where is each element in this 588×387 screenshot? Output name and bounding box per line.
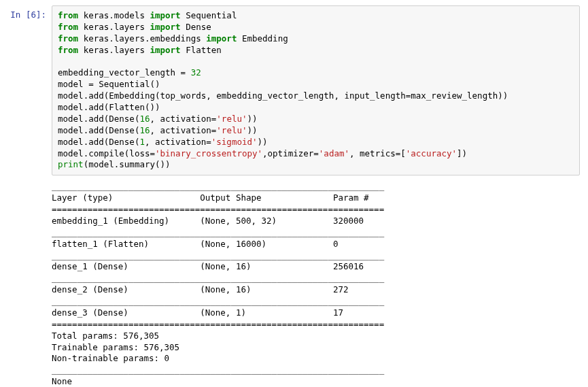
code-text: )) bbox=[247, 125, 257, 135]
kw-from: from bbox=[58, 33, 78, 44]
return-none: None bbox=[52, 376, 72, 386]
table-row: dense_1 (Dense) (None, 16) 256016 bbox=[52, 261, 384, 271]
trainable-params: Trainable params: 576,305 bbox=[52, 342, 179, 352]
code-text: , activation= bbox=[150, 125, 216, 135]
summary-header: Layer (type) Output Shape Param # bbox=[52, 192, 384, 203]
kw-from: from bbox=[58, 45, 78, 55]
builtin-print: print bbox=[58, 159, 84, 169]
stdout-output: ________________________________________… bbox=[52, 181, 580, 387]
code-cell: In [6]: from keras.models import Sequent… bbox=[8, 5, 580, 175]
code-text: model = Sequential() bbox=[58, 79, 160, 89]
sep-underscore: ________________________________________… bbox=[52, 181, 384, 191]
sep-equals: ========================================… bbox=[52, 319, 384, 329]
code-text: )) bbox=[258, 137, 268, 147]
kw-import: import bbox=[150, 45, 180, 55]
input-prompt: In [6]: bbox=[8, 5, 52, 20]
code-text: (model.summary()) bbox=[84, 159, 171, 169]
code-text: keras.models bbox=[78, 10, 150, 20]
kw-import: import bbox=[150, 22, 180, 32]
output-prompt-spacer bbox=[8, 181, 52, 387]
code-text: keras.layers bbox=[78, 22, 150, 32]
output-row: ________________________________________… bbox=[8, 181, 580, 387]
code-text: )) bbox=[247, 114, 257, 124]
code-text: embedding_vector_length = bbox=[58, 67, 191, 78]
str-literal: 'binary_crossentropy' bbox=[155, 148, 262, 158]
num-literal: 16 bbox=[139, 125, 150, 135]
kw-from: from bbox=[58, 10, 78, 20]
table-row: dense_3 (Dense) (None, 1) 17 bbox=[52, 307, 384, 318]
str-literal: 'adam' bbox=[319, 148, 349, 158]
total-params: Total params: 576,305 bbox=[52, 331, 159, 341]
code-text: Embedding bbox=[237, 33, 288, 44]
sep-underscore: ________________________________________… bbox=[52, 365, 384, 375]
str-literal: 'sigmoid' bbox=[211, 137, 258, 147]
code-input-area[interactable]: from keras.models import Sequential from… bbox=[52, 5, 580, 175]
sep-underscore: ________________________________________… bbox=[52, 273, 384, 283]
str-literal: 'relu' bbox=[216, 114, 247, 124]
str-literal: 'relu' bbox=[216, 125, 247, 135]
code-text: model.add(Dense( bbox=[58, 114, 139, 124]
code-text: Sequential bbox=[181, 10, 237, 20]
code-text: , metrics=[ bbox=[349, 148, 406, 158]
sep-equals: ========================================… bbox=[52, 204, 384, 214]
table-row: embedding_1 (Embedding) (None, 500, 32) … bbox=[52, 216, 384, 226]
sep-underscore: ________________________________________… bbox=[52, 250, 384, 260]
kw-from: from bbox=[58, 22, 78, 32]
code-text: model.add(Flatten()) bbox=[58, 102, 160, 112]
code-text: Dense bbox=[181, 22, 211, 32]
str-literal: 'accuracy' bbox=[406, 148, 457, 158]
code-text: model.add(Dense( bbox=[58, 125, 139, 135]
table-row: flatten_1 (Flatten) (None, 16000) 0 bbox=[52, 239, 384, 249]
code-text: keras.layers.embeddings bbox=[78, 33, 206, 44]
code-text: ]) bbox=[457, 148, 467, 158]
code-text: model.compile(loss= bbox=[58, 148, 155, 158]
sep-underscore: ________________________________________… bbox=[52, 296, 384, 306]
code-text: , activation= bbox=[150, 114, 216, 124]
nontrainable-params: Non-trainable params: 0 bbox=[52, 353, 169, 363]
sep-underscore: ________________________________________… bbox=[52, 227, 384, 237]
table-row: dense_2 (Dense) (None, 16) 272 bbox=[52, 284, 384, 295]
code-text: , activation= bbox=[145, 137, 211, 147]
num-literal: 16 bbox=[139, 114, 150, 124]
code-text: Flatten bbox=[181, 45, 222, 55]
code-text: keras.layers bbox=[78, 45, 150, 55]
kw-import: import bbox=[206, 33, 237, 44]
num-literal: 1 bbox=[139, 137, 145, 147]
kw-import: import bbox=[150, 10, 180, 20]
code-text: model.add(Dense( bbox=[58, 137, 139, 147]
code-text: model.add(Embedding(top_words, embedding… bbox=[58, 90, 508, 101]
num-literal: 32 bbox=[191, 67, 201, 78]
code-text: ,optimizer= bbox=[262, 148, 319, 158]
